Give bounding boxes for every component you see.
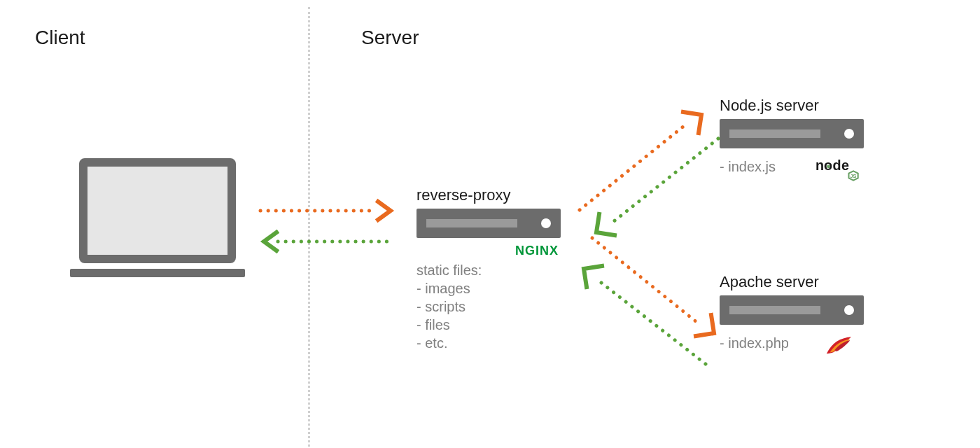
svg-line-12 — [598, 280, 706, 364]
svg-line-9 — [580, 123, 687, 210]
svg-line-10 — [610, 139, 718, 224]
apache-file-label: - index.php — [720, 333, 789, 353]
arrow-proxy-to-node — [574, 105, 710, 217]
nodejs-logo-icon: n o d e JS — [816, 155, 862, 183]
node-title: Node.js server — [720, 97, 819, 115]
svg-line-11 — [592, 238, 700, 325]
node-server-icon — [720, 119, 864, 148]
apache-server-icon — [720, 295, 864, 325]
apache-logo-icon — [823, 335, 857, 357]
nginx-logo: NGINX — [515, 244, 559, 258]
svg-text:JS: JS — [850, 173, 856, 179]
svg-text:d: d — [832, 158, 841, 173]
client-server-divider — [308, 7, 310, 447]
arrow-proxy-to-client — [259, 231, 396, 252]
apache-title: Apache server — [720, 273, 819, 291]
svg-point-6 — [827, 165, 830, 169]
proxy-static-item-2: - files — [416, 315, 450, 335]
proxy-static-item-0: - images — [416, 279, 470, 298]
proxy-static-heading: static files: — [416, 260, 482, 280]
node-file-label: - index.js — [720, 157, 776, 176]
svg-text:e: e — [841, 158, 849, 173]
heading-server: Server — [361, 27, 419, 49]
arrow-client-to-proxy — [259, 200, 396, 221]
arrow-node-to-proxy — [587, 133, 723, 245]
laptop-icon — [70, 158, 245, 277]
proxy-static-item-3: - etc. — [416, 333, 447, 353]
proxy-server-icon — [416, 209, 561, 238]
arrow-apache-to-proxy — [574, 259, 710, 371]
svg-text:n: n — [816, 158, 824, 173]
proxy-static-item-1: - scripts — [416, 297, 465, 316]
arrow-proxy-to-apache — [587, 231, 723, 343]
heading-client: Client — [35, 27, 85, 49]
proxy-title: reverse-proxy — [416, 186, 510, 204]
